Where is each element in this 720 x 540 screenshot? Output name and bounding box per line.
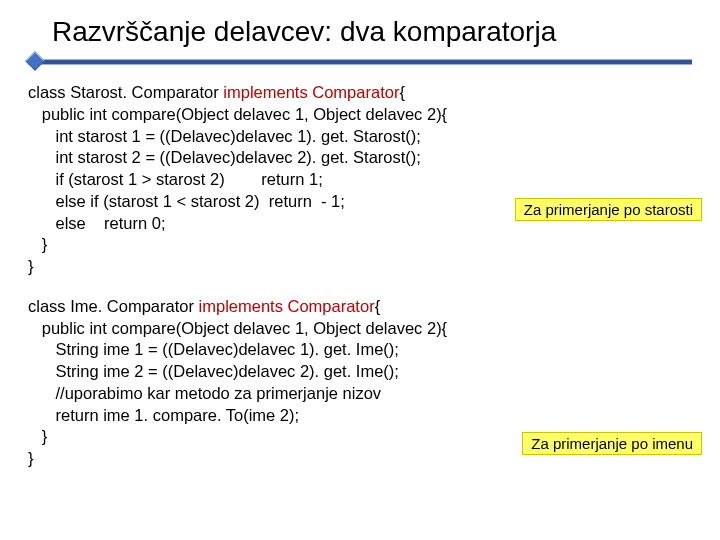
title-rule — [28, 54, 692, 68]
code-line: { — [399, 83, 405, 101]
code-line: return ime 1. compare. To(ime 2); — [28, 406, 299, 424]
code-line: else if (starost 1 < starost 2) return -… — [28, 192, 345, 210]
code-highlight: implements Comparator — [223, 83, 399, 101]
code-line: int starost 2 = ((Delavec)delavec 2). ge… — [28, 148, 421, 166]
slide: Razvrščanje delavcev: dva komparatorja c… — [0, 0, 720, 540]
code-line: //uporabimo kar metodo za primerjanje ni… — [28, 384, 381, 402]
code-line: String ime 2 = ((Delavec)delavec 2). get… — [28, 362, 399, 380]
code-line: class Starost. Comparator — [28, 83, 223, 101]
code-line: String ime 1 = ((Delavec)delavec 1). get… — [28, 340, 399, 358]
code-line: } — [28, 427, 47, 445]
code-line: if (starost 1 > starost 2) return 1; — [28, 170, 323, 188]
callout-ime: Za primerjanje po imenu — [522, 432, 702, 455]
code-line: public int compare(Object delavec 1, Obj… — [28, 319, 447, 337]
rule-diamond-icon — [25, 51, 45, 71]
code-line: } — [28, 235, 47, 253]
callout-starost: Za primerjanje po starosti — [515, 198, 702, 221]
code-line: int starost 1 = ((Delavec)delavec 1). ge… — [28, 127, 421, 145]
code-block-starost: class Starost. Comparator implements Com… — [28, 82, 692, 278]
slide-title: Razvrščanje delavcev: dva komparatorja — [52, 16, 692, 48]
code-line: public int compare(Object delavec 1, Obj… — [28, 105, 447, 123]
code-line: class Ime. Comparator — [28, 297, 199, 315]
code-line: { — [375, 297, 381, 315]
code-line: } — [28, 257, 34, 275]
code-highlight: implements Comparator — [199, 297, 375, 315]
code-line: else return 0; — [28, 214, 166, 232]
rule-bar — [28, 60, 692, 64]
code-line: } — [28, 449, 34, 467]
